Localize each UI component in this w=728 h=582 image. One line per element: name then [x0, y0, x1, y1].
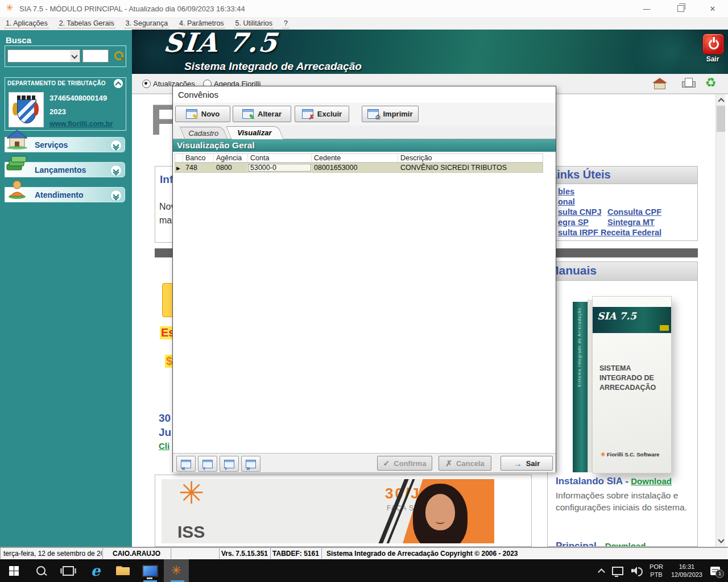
col-conta[interactable]: Conta [248, 154, 312, 162]
folder-icon [116, 566, 130, 576]
busca-input[interactable] [82, 49, 109, 63]
tab-visualizar[interactable]: Visualizar [226, 126, 283, 139]
language-indicator[interactable]: POR PTB [650, 563, 663, 579]
table-row[interactable]: ▶ 748 0800 53000-0 08001653000 CONVÊNIO … [175, 163, 543, 173]
box-logo-text: SIA 7.5 [597, 310, 636, 322]
pinwheel-icon: ✳ [179, 479, 204, 510]
start-button[interactable] [0, 559, 27, 582]
manuais-panel: Manuais Sistema Integrado de Arrecadação… [547, 261, 698, 547]
sia-subtitle: Sistema Integrado de Arrecadação [184, 60, 362, 73]
links-uteis-title: Links Úteis [550, 168, 611, 181]
download-link[interactable]: Download [631, 476, 672, 486]
link-sintegra-sp[interactable]: egra SP [558, 218, 589, 227]
collapse-button[interactable] [114, 79, 123, 88]
col-agencia[interactable]: Agência [214, 154, 248, 162]
city-coat-of-arms [9, 92, 44, 127]
sidebar-item-label: Serviços [35, 140, 68, 149]
sidebar-item-label: Lançamentos [35, 165, 86, 174]
convenios-dialog: Convênios ✎ Novo ✎ Alterar ✗ Excluir ⎙ I… [172, 86, 556, 472]
dialog-sair-button[interactable]: → Sair [500, 456, 553, 471]
menu-help[interactable]: ? [283, 19, 289, 28]
links-uteis-panel: Links Úteis bles onal sulta CNPJ Consult… [547, 166, 698, 241]
cell-cedente[interactable]: 08001653000 [312, 163, 398, 172]
novo-button[interactable]: ✎ Novo [175, 106, 230, 122]
department-year: 2023 [49, 107, 66, 116]
row-marker-icon: ▶ [175, 163, 183, 172]
cancela-button[interactable]: ✗ Cancela [439, 456, 491, 471]
exit-power-button[interactable] [702, 34, 724, 55]
instalando-title: Instalando SIA - [556, 476, 628, 487]
print-icon[interactable] [681, 78, 696, 89]
menu-utilitarios[interactable]: 5. Utilitários [234, 19, 274, 28]
ie-icon: e [91, 563, 101, 578]
notification-icon[interactable]: 1 [710, 567, 720, 575]
link-fragment[interactable]: onal [558, 197, 575, 206]
internet-explorer-button[interactable]: e [82, 559, 109, 582]
dialog-title: Convênios [178, 90, 218, 99]
nav-next-button[interactable]: › [220, 456, 239, 472]
search-icon[interactable] [113, 50, 126, 63]
menu-seguranca[interactable]: 3. Segurança [125, 19, 169, 28]
nav-next-icon: › [224, 460, 234, 468]
menu-parametros[interactable]: 4. Parâmetros [178, 19, 225, 28]
nav-prev-button[interactable]: ‹ [198, 456, 217, 472]
tab-cadastro-label: Cadastro [183, 127, 225, 138]
restore-icon [677, 5, 684, 12]
link-consulta-irpf[interactable]: sulta IRPF Receita Federal [558, 228, 661, 237]
iss-banner-box: ✳ 30/JUN FAÇA SUA INSCRIÇÃO ISS [155, 475, 532, 547]
sia-taskbar-button[interactable]: ✳ [164, 559, 189, 582]
col-descricao[interactable]: Descrição [398, 154, 543, 162]
iss-banner-image[interactable]: ✳ 30/JUN FAÇA SUA INSCRIÇÃO ISS [162, 479, 494, 543]
file-explorer-button[interactable] [109, 559, 136, 582]
menu-tabelas-gerais[interactable]: 2. Tabelas Gerais [58, 19, 115, 28]
link-consulta-cnpj[interactable]: sulta CNPJ [558, 207, 602, 217]
cell-agencia[interactable]: 0800 [214, 163, 248, 172]
col-banco[interactable]: Banco [183, 154, 214, 162]
scroll-up-button[interactable] [716, 95, 726, 105]
clock[interactable]: 16:31 12/09/2023 [671, 563, 702, 579]
nav-first-button[interactable]: « [176, 456, 196, 472]
download-link[interactable]: Download [605, 541, 646, 547]
cell-descricao[interactable]: CONVÊNIO SICREDI TRIBUTOS [398, 163, 543, 172]
fiorilli-site-link[interactable]: www.fiorilli.com.br [49, 120, 113, 128]
confirma-button[interactable]: ✓ Confirma [377, 456, 432, 471]
table-header: Banco Agência Conta Cedente Descrição [175, 153, 543, 163]
close-button[interactable]: ✕ [698, 0, 727, 17]
chevron-down-icon[interactable] [110, 165, 122, 176]
cell-conta-selected[interactable]: 53000-0 [248, 163, 312, 172]
link-consulta-cpf[interactable]: Consulta CPF [607, 207, 661, 217]
menu-bar: 1. Aplicações 2. Tabelas Gerais 3. Segur… [0, 17, 728, 30]
taskbar-search-button[interactable] [27, 559, 55, 582]
dialog-sair-label: Sair [526, 459, 540, 468]
busca-dropdown[interactable] [7, 49, 80, 63]
dialog-titlebar[interactable]: Convênios [173, 86, 556, 103]
restore-button[interactable] [667, 0, 695, 17]
excluir-button[interactable]: ✗ Excluir [295, 106, 349, 122]
link-fragment[interactable]: bles [558, 187, 574, 196]
clock-date: 12/09/2023 [671, 571, 702, 579]
remote-app-button[interactable] [136, 559, 164, 582]
content-scrollbar[interactable] [715, 94, 725, 547]
cell-banco[interactable]: 748 [183, 163, 214, 172]
nav-last-button[interactable]: » [241, 456, 260, 472]
radio-atualizacoes[interactable] [142, 80, 151, 88]
col-cedente[interactable]: Cedente [312, 154, 398, 162]
chevron-down-icon[interactable] [110, 190, 122, 201]
network-icon[interactable] [612, 567, 623, 575]
home-icon[interactable] [652, 78, 667, 89]
imprimir-button[interactable]: ⎙ Imprimir [362, 106, 419, 122]
chevron-down-icon[interactable] [110, 140, 122, 151]
task-view-button[interactable] [55, 559, 82, 582]
tab-cadastro[interactable]: Cadastro [180, 127, 228, 139]
tray-chevron-up-icon[interactable] [598, 568, 605, 576]
menu-aplicacoes[interactable]: 1. Aplicações [5, 19, 49, 28]
speaker-icon[interactable] [631, 567, 642, 575]
scrollbar-thumb[interactable] [717, 106, 725, 132]
scroll-down-button[interactable] [716, 536, 726, 546]
dialog-button-row: ✎ Novo ✎ Alterar ✗ Excluir ⎙ Imprimir [173, 103, 556, 126]
minimize-button[interactable]: — [632, 0, 661, 17]
link-sintegra-mt[interactable]: Sintegra MT [607, 218, 655, 227]
click-link-fragment[interactable]: Cli [159, 441, 169, 451]
refresh-icon[interactable]: ♻ [705, 76, 717, 90]
alterar-button[interactable]: ✎ Alterar [233, 106, 291, 122]
